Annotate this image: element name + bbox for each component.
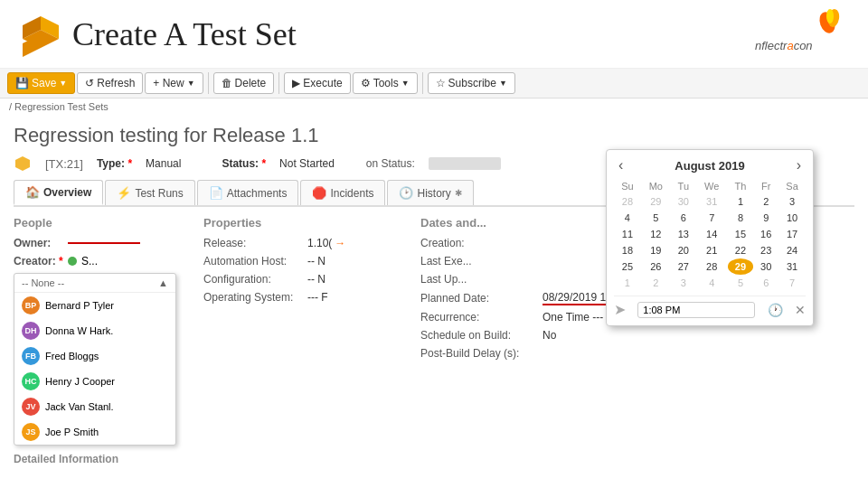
calendar-day[interactable]: 14: [696, 226, 728, 242]
automation-host-label: Automation Host:: [203, 255, 303, 267]
list-item[interactable]: DH Donna W Hark.: [14, 318, 175, 343]
new-button[interactable]: + New ▼: [145, 72, 203, 94]
page-title: Regression testing for Release 1.1: [14, 124, 854, 147]
creator-value: S...: [81, 255, 98, 267]
calendar-day[interactable]: 21: [696, 242, 728, 258]
list-item[interactable]: JV Jack Van Stanl.: [14, 394, 175, 419]
tab-history[interactable]: 🕑 History ✱: [387, 180, 473, 205]
calendar-day[interactable]: 4: [696, 275, 728, 291]
calendar-day[interactable]: 29: [641, 193, 671, 210]
brand-logo: nflectracon: [750, 9, 850, 59]
calendar-day[interactable]: 5: [641, 210, 671, 226]
time-input[interactable]: [637, 302, 755, 318]
configuration-label: Configuration:: [203, 273, 303, 286]
clock-icon[interactable]: 🕐: [768, 303, 783, 317]
recurrence-value: One Time ---: [542, 311, 603, 324]
send-icon[interactable]: ➤: [614, 301, 626, 318]
logo-icon: [18, 12, 63, 57]
subscribe-button[interactable]: ☆ Subscribe ▼: [428, 72, 515, 94]
incidents-icon: 🛑: [312, 186, 326, 200]
status-required-marker: *: [261, 157, 266, 170]
calendar-day[interactable]: 31: [778, 258, 806, 275]
calendar-day[interactable]: 31: [696, 193, 728, 210]
calendar-day[interactable]: 28: [614, 193, 641, 210]
calendar-day[interactable]: 15: [728, 226, 754, 242]
automation-host-row: Automation Host: -- N: [203, 255, 411, 267]
list-item[interactable]: BP Bernard P Tyler: [14, 293, 175, 318]
calendar-day[interactable]: 7: [696, 210, 728, 226]
day-header-mo: Mo: [641, 179, 671, 193]
calendar-day[interactable]: 12: [641, 226, 671, 242]
calendar-prev-button[interactable]: ‹: [614, 157, 627, 174]
tab-overview[interactable]: 🏠 Overview: [14, 180, 103, 205]
new-dropdown-arrow[interactable]: ▼: [187, 79, 195, 88]
calendar-day[interactable]: 23: [753, 242, 778, 258]
calendar-day[interactable]: 8: [728, 210, 754, 226]
calendar-day[interactable]: 18: [614, 242, 641, 258]
tools-button[interactable]: ⚙ Tools ▼: [353, 72, 418, 94]
calendar-next-button[interactable]: ›: [792, 157, 806, 174]
calendar-day[interactable]: 28: [696, 258, 728, 275]
calendar-day[interactable]: 29: [728, 258, 754, 275]
tab-attachments[interactable]: 📄 Attachments: [197, 180, 299, 205]
svg-marker-8: [15, 156, 30, 171]
list-item[interactable]: FB Fred Bloggs: [14, 343, 175, 369]
save-icon: 💾: [15, 77, 29, 89]
history-settings-icon[interactable]: ✱: [455, 188, 462, 198]
calendar-day[interactable]: 2: [641, 275, 671, 291]
calendar-day[interactable]: 5: [728, 275, 754, 291]
calendar-day[interactable]: 6: [753, 275, 778, 291]
on-status-label: on Status:: [366, 157, 415, 170]
refresh-button[interactable]: ↺ Refresh: [77, 72, 143, 94]
list-item[interactable]: HC Henry J Cooper: [14, 369, 175, 394]
save-button[interactable]: 💾 Save ▼: [7, 72, 75, 94]
calendar-day[interactable]: 25: [614, 258, 641, 275]
calendar-day[interactable]: 6: [671, 210, 696, 226]
calendar-day[interactable]: 30: [671, 193, 696, 210]
tools-dropdown-arrow[interactable]: ▼: [401, 79, 410, 88]
creator-row: Creator: * S...: [14, 255, 194, 267]
calendar-day[interactable]: 13: [671, 226, 696, 242]
calendar-day[interactable]: 17: [778, 226, 806, 242]
calendar-day[interactable]: 24: [778, 242, 806, 258]
last-exe-label: Last Exe...: [420, 255, 538, 267]
calendar-day[interactable]: 9: [753, 210, 778, 226]
calendar-day[interactable]: 30: [753, 258, 778, 275]
calendar-day[interactable]: 26: [641, 258, 671, 275]
execute-icon: ▶: [292, 77, 300, 89]
calendar-day[interactable]: 22: [728, 242, 754, 258]
on-status-field[interactable]: [429, 157, 501, 170]
calendar-day[interactable]: 11: [614, 226, 641, 242]
release-arrow[interactable]: →: [335, 237, 345, 249]
calendar-day[interactable]: 10: [778, 210, 806, 226]
delete-button[interactable]: 🗑 Delete: [213, 72, 275, 94]
calendar-day[interactable]: 3: [671, 275, 696, 291]
detailed-info-link[interactable]: Detailed Information: [14, 453, 194, 465]
calendar-day[interactable]: 16: [753, 226, 778, 242]
dropdown-scroll-up[interactable]: ▲: [158, 277, 168, 288]
toolbar-separator-3: [422, 72, 423, 94]
calendar-day[interactable]: 19: [641, 242, 671, 258]
calendar-day[interactable]: 1: [728, 193, 754, 210]
calendar-day[interactable]: 7: [778, 275, 806, 291]
calendar-day[interactable]: 4: [614, 210, 641, 226]
execute-button[interactable]: ▶ Execute: [284, 72, 350, 94]
calendar-day[interactable]: 2: [753, 193, 778, 210]
status-label: Status: *: [222, 157, 266, 170]
calendar-day[interactable]: 1: [614, 275, 641, 291]
release-label: Release:: [203, 237, 303, 249]
people-section: People Owner: Creator: * S... -- None --: [14, 216, 194, 465]
subscribe-dropdown-arrow[interactable]: ▼: [499, 79, 507, 88]
tab-test-runs[interactable]: ⚡ Test Runs: [105, 180, 194, 205]
planned-date-label: Planned Date:: [420, 292, 538, 305]
calendar-day[interactable]: 20: [671, 242, 696, 258]
list-item[interactable]: JS Joe P Smith: [14, 419, 175, 445]
calendar-close-button[interactable]: ✕: [795, 303, 806, 317]
save-dropdown-arrow[interactable]: ▼: [59, 79, 67, 88]
last-up-label: Last Up...: [420, 273, 538, 286]
people-section-title: People: [14, 216, 194, 230]
calendar-day[interactable]: 27: [671, 258, 696, 275]
owner-value[interactable]: [68, 242, 140, 244]
calendar-day[interactable]: 3: [778, 193, 806, 210]
tab-incidents[interactable]: 🛑 Incidents: [300, 180, 385, 205]
